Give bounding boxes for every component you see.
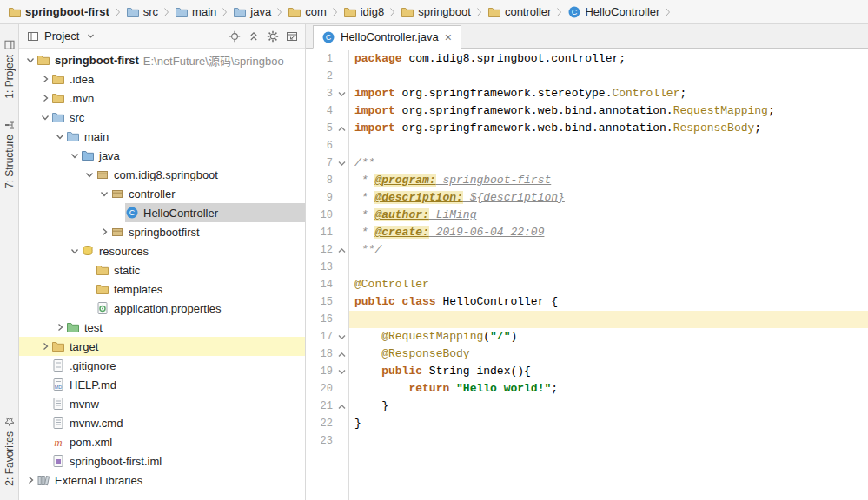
code-line-3[interactable]: 3 import org.springframework.stereotype.… bbox=[306, 85, 868, 102]
tree-row-.mvn[interactable]: .mvn bbox=[19, 89, 305, 108]
code-editor[interactable]: 1 package com.idig8.springboot.controlle… bbox=[306, 49, 868, 500]
tree-row-.idea[interactable]: .idea bbox=[19, 69, 305, 89]
tool-tab-structure[interactable]: 7: Structure bbox=[3, 120, 16, 188]
panel-title[interactable]: Project bbox=[44, 30, 79, 43]
tool-tab-project[interactable]: 1: Project bbox=[3, 40, 16, 99]
breadcrumb-label: controller bbox=[505, 5, 551, 18]
tree-row-resources[interactable]: resources bbox=[19, 241, 305, 260]
tree-row-mvnw.cmd[interactable]: mvnw.cmd bbox=[19, 413, 305, 432]
hide-icon[interactable] bbox=[285, 30, 298, 43]
code-line-11[interactable]: 11 * @create: 2019-06-04 22:09 bbox=[306, 224, 868, 241]
tree-row-springboot-first.iml[interactable]: springboot-first.iml bbox=[19, 451, 305, 470]
tree-row-External Libraries[interactable]: External Libraries bbox=[19, 470, 305, 490]
editor-tab-hellocontroller-java[interactable]: C HelloController.java × bbox=[313, 25, 461, 49]
tree-row-application.properties[interactable]: application.properties bbox=[19, 299, 305, 318]
tree-row-main[interactable]: main bbox=[19, 127, 305, 146]
code-line-9[interactable]: 9 * @description: ${description} bbox=[306, 189, 868, 207]
breadcrumb-item-java[interactable]: java bbox=[230, 5, 274, 19]
tree-row-java[interactable]: java bbox=[19, 146, 305, 165]
tool-stripe-bottom-group: 2: Favorites bbox=[3, 406, 16, 497]
tree-chevron-right-icon[interactable] bbox=[39, 94, 51, 102]
breadcrumb-item-idig8[interactable]: idig8 bbox=[341, 5, 387, 19]
tree-row-test[interactable]: test bbox=[19, 318, 305, 337]
tree-row-mvnw[interactable]: mvnw bbox=[19, 394, 305, 413]
tree-chevron-down-icon[interactable] bbox=[39, 114, 51, 122]
fold-down-icon[interactable] bbox=[335, 155, 349, 172]
fold-up-icon[interactable] bbox=[335, 120, 349, 137]
code-line-13[interactable]: 13 bbox=[306, 259, 868, 276]
code-line-2[interactable]: 2 bbox=[306, 68, 868, 85]
code-line-6[interactable]: 6 bbox=[306, 137, 868, 155]
code-line-23[interactable]: 23 bbox=[306, 432, 868, 450]
tree-chevron-right-icon[interactable] bbox=[39, 75, 51, 83]
code-line-10[interactable]: 10 * @author: LiMing bbox=[306, 207, 868, 224]
tree-indent bbox=[19, 337, 39, 356]
code-line-17[interactable]: 17 @RequestMapping("/") bbox=[306, 328, 868, 345]
code-line-7[interactable]: 7 /** bbox=[306, 155, 868, 172]
code-line-1[interactable]: 1 package com.idig8.springboot.controlle… bbox=[306, 50, 868, 68]
tree-row-springbootfirst[interactable]: springbootfirst bbox=[19, 222, 305, 241]
tree-chevron-right-icon[interactable] bbox=[24, 476, 36, 484]
code-line-4[interactable]: 4 import org.springframework.web.bind.an… bbox=[306, 102, 868, 120]
tree-chevron-down-icon[interactable] bbox=[69, 247, 81, 255]
tree-chevron-down-icon[interactable] bbox=[24, 56, 36, 64]
code-line-22[interactable]: 22 } bbox=[306, 415, 868, 432]
tree-row-pom.xml[interactable]: m pom.xml bbox=[19, 432, 305, 451]
tree-chevron-down-icon[interactable] bbox=[83, 171, 96, 179]
tree-row-templates[interactable]: templates bbox=[19, 280, 305, 299]
tool-tab-favorites[interactable]: 2: Favorites bbox=[3, 417, 16, 486]
fold-down-icon[interactable] bbox=[335, 328, 349, 345]
code-line-14[interactable]: 14 @Controller bbox=[306, 276, 868, 293]
chevron-down-icon[interactable] bbox=[84, 30, 97, 43]
tree-row-.gitignore[interactable]: .gitignore bbox=[19, 356, 305, 375]
breadcrumb-item-com[interactable]: com bbox=[285, 5, 329, 19]
tree-row-target[interactable]: target bbox=[19, 337, 305, 356]
settings-gear-icon[interactable] bbox=[266, 30, 279, 43]
tree-chevron-down-icon[interactable] bbox=[54, 133, 66, 141]
fold-up-icon[interactable] bbox=[335, 345, 349, 363]
tree-label: static bbox=[114, 264, 140, 277]
code-line-20[interactable]: 20 return "Hello world!"; bbox=[306, 380, 868, 398]
code-line-12[interactable]: 12 **/ bbox=[306, 241, 868, 259]
breadcrumb-item-controller[interactable]: controller bbox=[485, 5, 553, 19]
code-line-18[interactable]: 18 @ResponseBody bbox=[306, 345, 868, 363]
fold-up-icon[interactable] bbox=[335, 398, 349, 415]
fold-up-icon[interactable] bbox=[335, 241, 349, 259]
tree-chevron-right-icon[interactable] bbox=[54, 323, 66, 332]
tree-indent bbox=[19, 451, 39, 470]
tree-chevron-right-icon[interactable] bbox=[98, 227, 110, 236]
code-line-5[interactable]: 5 import org.springframework.web.bind.an… bbox=[306, 120, 868, 137]
tree-row-static[interactable]: static bbox=[19, 260, 305, 280]
tree-row-springboot-first[interactable]: springboot-first E:\netFuture\源码\springb… bbox=[19, 50, 305, 69]
code-line-8[interactable]: 8 * @program: springboot-first bbox=[306, 172, 868, 189]
fold-down-icon[interactable] bbox=[335, 363, 349, 380]
resources-icon bbox=[81, 244, 95, 258]
tree-row-com.idig8.springboot[interactable]: com.idig8.springboot bbox=[19, 165, 305, 184]
locate-icon[interactable] bbox=[228, 30, 241, 43]
fold-down-icon[interactable] bbox=[335, 85, 349, 102]
code-line-16[interactable]: 16 bbox=[306, 311, 868, 328]
folder-icon bbox=[51, 91, 65, 105]
collapse-all-icon[interactable] bbox=[247, 30, 260, 43]
breadcrumb-item-src[interactable]: src bbox=[123, 5, 161, 19]
fold-column bbox=[335, 432, 349, 450]
tree-chevron-right-icon[interactable] bbox=[39, 342, 51, 351]
tree-chevron-down-icon[interactable] bbox=[69, 152, 81, 160]
code-line-15[interactable]: 15 public class HelloController { bbox=[306, 293, 868, 311]
tree-row-src[interactable]: src bbox=[19, 108, 305, 127]
breadcrumb-item-springboot[interactable]: springboot bbox=[398, 5, 474, 19]
tree-row-controller[interactable]: controller bbox=[19, 184, 305, 203]
close-icon[interactable]: × bbox=[444, 31, 453, 43]
breadcrumb-item-HelloController[interactable]: C HelloController bbox=[565, 5, 662, 19]
tree-row-HelloController[interactable]: C HelloController bbox=[19, 203, 305, 222]
breadcrumb-item-springboot-first[interactable]: springboot-first bbox=[5, 5, 112, 19]
tree-row-HELP.md[interactable]: MD HELP.md bbox=[19, 375, 305, 394]
code-line-19[interactable]: 19 public String index(){ bbox=[306, 363, 868, 380]
tree-chevron-down-icon[interactable] bbox=[98, 190, 110, 198]
breadcrumb-item-main[interactable]: main bbox=[172, 5, 219, 19]
chevron-right-icon bbox=[112, 7, 123, 17]
tree-label: controller bbox=[129, 188, 175, 201]
package-icon bbox=[110, 225, 124, 239]
class-icon: C bbox=[125, 206, 139, 220]
code-line-21[interactable]: 21 } bbox=[306, 398, 868, 415]
